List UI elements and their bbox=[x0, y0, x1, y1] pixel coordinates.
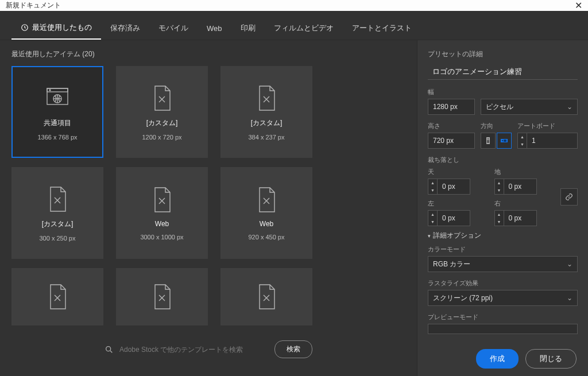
tab-label: 印刷 bbox=[241, 23, 256, 33]
create-button[interactable]: 作成 bbox=[476, 349, 519, 369]
step-up-icon[interactable]: ▲ bbox=[518, 133, 527, 141]
preset-card[interactable]: Web 920 x 450 px bbox=[220, 167, 312, 259]
stock-search-input[interactable] bbox=[119, 346, 269, 354]
preset-name-input[interactable] bbox=[428, 65, 578, 80]
bleed-left-label: 左 bbox=[428, 199, 488, 208]
card-name: [カスタム] bbox=[146, 118, 178, 128]
bleed-right-input[interactable]: ▲▼0 px bbox=[494, 210, 554, 226]
portrait-icon bbox=[484, 137, 492, 145]
tab-mobile[interactable]: モバイル bbox=[149, 17, 198, 40]
tab-label: モバイル bbox=[158, 23, 188, 33]
custom-doc-icon bbox=[254, 84, 279, 113]
link-icon bbox=[565, 193, 573, 201]
step-down-icon[interactable]: ▼ bbox=[518, 141, 527, 148]
svg-point-3 bbox=[49, 90, 51, 91]
preset-card[interactable] bbox=[220, 268, 312, 325]
orientation-label: 方向 bbox=[481, 122, 512, 130]
custom-doc-icon bbox=[45, 185, 70, 214]
color-mode-select[interactable]: RGB カラー ⌄ bbox=[428, 256, 578, 272]
orientation-landscape[interactable] bbox=[497, 133, 512, 149]
chevron-down-icon: ⌄ bbox=[567, 260, 572, 268]
width-label: 幅 bbox=[428, 88, 578, 96]
titlebar: 新規ドキュメント ✕ bbox=[0, 0, 588, 11]
landscape-icon bbox=[500, 137, 508, 145]
card-name: 共通項目 bbox=[44, 118, 71, 128]
artboard-stepper[interactable]: ▲▼ 1 bbox=[517, 133, 578, 149]
width-input[interactable]: 1280 px bbox=[428, 99, 475, 115]
preset-card[interactable] bbox=[11, 268, 103, 325]
svg-point-7 bbox=[488, 138, 489, 139]
orientation-portrait[interactable] bbox=[481, 133, 496, 149]
bleed-heading: 裁ち落とし bbox=[428, 156, 578, 164]
bleed-top-input[interactable]: ▲▼0 px bbox=[428, 179, 488, 195]
preset-gallery: 最近使用したアイテム (20) 共通項目 1366 x 768 px [カスタム… bbox=[0, 40, 417, 376]
bleed-bottom-label: 地 bbox=[494, 168, 554, 176]
card-dims: 3000 x 1000 px bbox=[140, 234, 183, 241]
panel-title: プリセットの詳細 bbox=[428, 49, 578, 59]
custom-doc-icon bbox=[149, 185, 175, 214]
card-name: Web bbox=[155, 220, 169, 228]
tab-recent[interactable]: 最近使用したもの bbox=[11, 17, 101, 40]
preview-mode-select[interactable] bbox=[428, 324, 578, 334]
stock-search-button[interactable]: 検索 bbox=[274, 340, 312, 358]
color-mode-label: カラーモード bbox=[428, 245, 578, 254]
card-dims: 1200 x 720 px bbox=[142, 134, 181, 141]
card-dims: 300 x 250 px bbox=[40, 235, 76, 242]
raster-label: ラスタライズ効果 bbox=[428, 279, 578, 288]
chevron-down-icon: ▾ bbox=[428, 233, 431, 239]
tab-label: Web bbox=[207, 24, 222, 33]
chevron-down-icon: ⌄ bbox=[567, 103, 572, 111]
svg-point-10 bbox=[502, 140, 503, 141]
raster-select[interactable]: スクリーン (72 ppi) ⌄ bbox=[428, 290, 578, 306]
preset-details-panel: プリセットの詳細 幅 1280 px ピクセル ⌄ 高さ 720 px bbox=[417, 40, 588, 376]
bleed-bottom-input[interactable]: ▲▼0 px bbox=[494, 179, 554, 195]
tab-saved[interactable]: 保存済み bbox=[101, 17, 149, 40]
preset-card[interactable]: 共通項目 1366 x 768 px bbox=[11, 66, 103, 158]
dialog-footer: 作成 閉じる bbox=[417, 341, 588, 376]
window-title: 新規ドキュメント bbox=[6, 1, 61, 10]
card-dims: 384 x 237 px bbox=[249, 134, 285, 141]
stock-search-bar: 検索 bbox=[11, 335, 405, 367]
tab-print[interactable]: 印刷 bbox=[231, 17, 265, 40]
height-label: 高さ bbox=[428, 122, 475, 130]
link-bleed-button[interactable] bbox=[560, 188, 578, 206]
close-icon[interactable]: ✕ bbox=[575, 0, 582, 11]
globe-doc-icon bbox=[45, 84, 70, 113]
custom-doc-icon bbox=[254, 282, 279, 311]
advanced-options-toggle[interactable]: ▾ 詳細オプション bbox=[428, 231, 578, 241]
close-button[interactable]: 閉じる bbox=[525, 349, 577, 369]
card-name: [カスタム] bbox=[42, 219, 74, 229]
tab-web[interactable]: Web bbox=[198, 17, 231, 40]
tab-label: 保存済み bbox=[110, 23, 140, 33]
tab-label: 最近使用したもの bbox=[32, 22, 92, 33]
height-input[interactable]: 720 px bbox=[428, 133, 475, 149]
clock-icon bbox=[21, 24, 29, 32]
custom-doc-icon bbox=[254, 185, 279, 214]
bleed-left-input[interactable]: ▲▼0 px bbox=[428, 210, 488, 226]
preset-card[interactable]: Web 3000 x 1000 px bbox=[116, 167, 208, 259]
preset-card[interactable]: [カスタム] 300 x 250 px bbox=[11, 167, 103, 259]
bleed-top-label: 天 bbox=[428, 168, 488, 176]
preset-card[interactable] bbox=[116, 268, 208, 325]
card-name: [カスタム] bbox=[251, 118, 283, 128]
recent-heading: 最近使用したアイテム (20) bbox=[11, 49, 405, 59]
unit-select[interactable]: ピクセル ⌄ bbox=[481, 99, 578, 115]
preset-card[interactable]: [カスタム] 1200 x 720 px bbox=[116, 66, 208, 158]
artboard-label: アートボード bbox=[517, 122, 578, 130]
tab-label: フィルムとビデオ bbox=[274, 23, 334, 33]
svg-rect-8 bbox=[487, 140, 489, 143]
custom-doc-icon bbox=[149, 282, 175, 311]
custom-doc-icon bbox=[149, 84, 175, 113]
tab-label: アートとイラスト bbox=[352, 23, 412, 33]
preset-cards: 共通項目 1366 x 768 px [カスタム] 1200 x 720 px … bbox=[11, 66, 405, 325]
bleed-right-label: 右 bbox=[494, 199, 554, 208]
preset-card[interactable]: [カスタム] 384 x 237 px bbox=[220, 66, 312, 158]
svg-rect-11 bbox=[504, 139, 506, 142]
card-name: Web bbox=[260, 220, 273, 228]
tab-film-video[interactable]: フィルムとビデオ bbox=[265, 17, 343, 40]
tab-art-illustration[interactable]: アートとイラスト bbox=[343, 17, 421, 40]
svg-point-5 bbox=[106, 346, 111, 351]
custom-doc-icon bbox=[45, 282, 70, 311]
category-tabs: 最近使用したもの 保存済み モバイル Web 印刷 フィルムとビデオ アートとイ… bbox=[0, 11, 588, 40]
search-icon bbox=[105, 345, 114, 354]
